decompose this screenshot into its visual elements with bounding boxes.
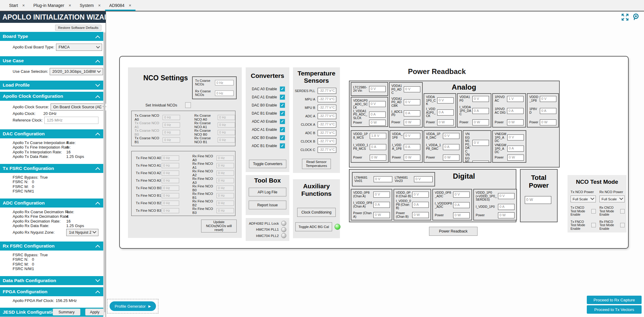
tab-plug-in-manager[interactable]: Plug-in Manager✕ — [29, 0, 76, 11]
toggle-adc-bg-cal-button[interactable]: Toggle ADC BG Cal — [295, 222, 332, 231]
row-label: Apollo Rx Data Rate: — [13, 223, 66, 228]
readback-row: VDDD_0P8 (Chan A)0 V — [353, 191, 390, 198]
section-header-adc-configuration[interactable]: ADC Configuration — [0, 199, 103, 208]
nco-label: Rx Fine NCO B3 — [192, 207, 216, 214]
readback-label: VDDA_1P8 — [392, 132, 404, 139]
row-value: 1 — [32, 189, 34, 194]
summary-button[interactable]: Summary — [53, 309, 80, 315]
set-individual-ncos-checkbox[interactable] — [185, 102, 191, 108]
input-reference-clock[interactable] — [44, 117, 98, 124]
nco-input: 0 Hz — [163, 130, 180, 135]
nco-input: 0 Hz — [162, 208, 179, 213]
tab-ad9084[interactable]: AD9084✕ — [105, 0, 136, 11]
temperature-field: -32.77 k°C — [318, 147, 336, 153]
read-sensor-temperatures-button[interactable]: Read Sensor Temperatures — [302, 159, 331, 169]
section-header-load-profile[interactable]: Load Profile — [0, 81, 103, 90]
restore-defaults-button[interactable]: Restore Software Defaults — [55, 25, 101, 31]
sidebar-scrollbar[interactable] — [103, 32, 106, 317]
readback-field: 0 W — [453, 212, 470, 218]
checkbox-adc-a1-enable[interactable]: ✓ — [280, 127, 285, 132]
checkbox-dac-b0-enable[interactable]: ✓ — [280, 103, 285, 108]
tab-label: Start — [9, 3, 18, 8]
section-header-dac-configuration[interactable]: DAC Configuration — [0, 129, 103, 138]
section-header-use-case[interactable]: Use Case — [0, 56, 103, 65]
checkbox-adc-a0-enable[interactable]: ✓ — [280, 119, 285, 124]
readback-label: VNEGM1P0_ADC — [495, 143, 507, 154]
button-api-log-file[interactable]: API Log File — [249, 188, 286, 196]
dropdown-apollo-eval-board-type[interactable]: FMCA — [56, 44, 102, 51]
readback-label: I_VDDD0P8_ADC — [435, 202, 453, 209]
update-ncos-button[interactable]: Update NCOs(NCOs will reset) — [201, 220, 237, 232]
readback-field: 0 A — [498, 204, 515, 210]
nco-summary-input-tx-coarse-ncos[interactable] — [215, 80, 234, 85]
expand-icon[interactable] — [621, 13, 630, 22]
config-row: FSRC Bypass:True — [13, 175, 102, 180]
converters-panel: Converters DAC A0 Enable✓DAC A1 Enable✓D… — [246, 67, 289, 172]
readback-label: Power (Chan B) — [396, 211, 412, 218]
proceed-to-tx-vectors-button[interactable]: Proceed to Tx Vectors — [587, 305, 642, 314]
dropdown-apollo-rx-nyquist-zone[interactable]: 1st Nyquist Zor — [66, 229, 98, 236]
scrollbar-thumb[interactable] — [104, 32, 105, 312]
dropdown-apollo-clock-source[interactable]: On Board Clock Source (ADF4 — [51, 103, 109, 111]
close-icon[interactable]: ✕ — [129, 4, 131, 8]
chevron-down-icon — [97, 69, 101, 73]
nco-summary-row: Tx Coarse NCOs — [195, 79, 234, 86]
readback-row: VDDD_1P0 (+VDDD_1P0_SERDES)0 V — [476, 191, 515, 202]
readback-field: 0 V — [404, 86, 420, 92]
row-value: 0 — [32, 180, 34, 184]
checkbox-dac-a0-enable[interactable]: ✓ — [280, 86, 285, 92]
nco-summary-input-rx-coarse-ncos[interactable] — [215, 91, 234, 96]
nco-input: 0 Hz — [216, 193, 234, 198]
readback-field: 0 V — [540, 96, 556, 102]
close-icon[interactable]: ✕ — [22, 4, 25, 8]
readback-label: Power — [391, 121, 404, 124]
readback-field: 0 A — [373, 202, 390, 208]
section-header-tx-fsrc-configuration[interactable]: Tx FSRC Configuration — [0, 164, 103, 173]
section-header-rx-fsrc-configuration[interactable]: Rx FSRC Configuration — [0, 242, 103, 251]
temperature-row: ADC B-32.77 k°C — [293, 129, 336, 137]
nco-summary-label: Tx Coarse NCOs — [195, 79, 215, 86]
clock-conditioning-button[interactable]: Clock Conditioning — [297, 208, 336, 217]
readback-field: 0 W — [404, 119, 420, 125]
checkbox-adc-b0-enable[interactable]: ✓ — [280, 135, 285, 140]
readback-field: 1.8 V — [370, 133, 386, 139]
checkbox-rx-fnco-test-mode-enable[interactable] — [620, 223, 625, 227]
power-readback-button[interactable]: Power Readback — [429, 227, 478, 236]
nco-input: 0 Hz — [162, 163, 179, 168]
dropdown-use-case-selection[interactable]: 20/20_10.3Gbps_1GiBW — [50, 68, 103, 75]
row-label: Apollo Tx Coarse Interpolation Rate: — [13, 140, 66, 145]
checkbox-rx-cnco-test-mode-enable[interactable] — [620, 209, 625, 214]
readback-field: 0 W — [373, 212, 390, 218]
checkbox-dac-b1-enable[interactable]: ✓ — [280, 111, 285, 116]
checkbox-tx-fnco-test-mode-enable[interactable] — [591, 223, 596, 227]
button-report-issue[interactable]: Report Issue — [249, 201, 286, 209]
nco-test-check-row: Rx FNCO Test Mode Enable — [599, 220, 625, 231]
converters-title: Converters — [246, 72, 289, 79]
led-hmc704-pll1 — [281, 227, 286, 232]
section-header-data-path-configuration[interactable]: Data Path Configuration — [0, 276, 103, 285]
dropdown-tx-nco-power[interactable]: Full Scale — [571, 195, 596, 202]
readback-label: Power — [495, 156, 507, 159]
nco-input: 0 Hz — [218, 130, 235, 135]
checkbox-adc-b1-enable[interactable]: ✓ — [280, 143, 285, 149]
toggle-converters-button[interactable]: Toggle Converters — [249, 160, 286, 168]
tab-system[interactable]: System✕ — [76, 0, 105, 11]
config-row: Apollo Clock:20 GHz — [13, 111, 102, 116]
checkbox-dac-a1-enable[interactable]: ✓ — [280, 94, 285, 100]
section-header-apollo-clock-configuration[interactable]: Apollo Clock Configuration — [0, 92, 103, 101]
proceed-to-rx-capture-button[interactable]: Proceed to Rx Capture — [587, 296, 642, 304]
nco-input: 0 Hz — [162, 201, 179, 206]
zoom-in-icon[interactable] — [632, 13, 641, 22]
set-individual-ncos-label: Set Inividual NCOs — [145, 103, 177, 107]
power-group: 1P0VDAC1 V1P0VDAC DIG0 APower0 W — [492, 93, 526, 128]
apply-button[interactable]: Apply — [85, 309, 104, 315]
readback-row: VDDA1P00 V — [459, 95, 489, 102]
close-icon[interactable]: ✕ — [98, 4, 101, 8]
dropdown-rx-nco-power[interactable]: Full Scale — [599, 195, 625, 202]
section-header-board-type[interactable]: Board Type — [0, 32, 103, 41]
checkbox-tx-cnco-test-mode-enable[interactable] — [591, 209, 596, 214]
tab-start[interactable]: Start✕ — [5, 0, 29, 11]
profile-generator-button[interactable]: Profile Generator ▶ — [110, 301, 156, 311]
close-icon[interactable]: ✕ — [69, 4, 71, 8]
section-header-fpga-configuration[interactable]: FPGA Configuration — [0, 287, 103, 296]
